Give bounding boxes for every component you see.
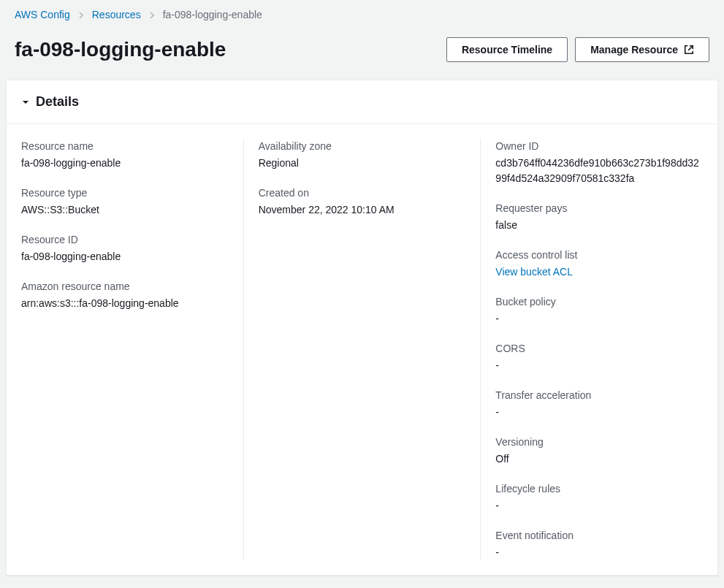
field-value: - bbox=[495, 311, 703, 327]
details-column-3: Owner ID cd3b764ff044236dfe910b663c273b1… bbox=[480, 139, 703, 560]
breadcrumb-resources-link[interactable]: Resources bbox=[92, 7, 141, 23]
field-value: fa-098-logging-enable bbox=[21, 156, 229, 171]
field-value: arn:aws:s3:::fa-098-logging-enable bbox=[21, 296, 229, 311]
view-bucket-acl-link[interactable]: View bucket ACL bbox=[495, 266, 573, 278]
field-label: Created on bbox=[259, 186, 466, 201]
field-value: Regional bbox=[259, 156, 466, 171]
field-label: Owner ID bbox=[495, 139, 703, 154]
field-value: - bbox=[495, 405, 703, 420]
chevron-right-icon bbox=[77, 7, 85, 23]
field-event-notification: Event notification - bbox=[495, 528, 703, 560]
external-link-icon bbox=[684, 45, 694, 55]
details-panel-header[interactable]: Details bbox=[7, 80, 717, 124]
field-value: - bbox=[495, 498, 703, 513]
field-acl: Access control list View bucket ACL bbox=[495, 248, 703, 280]
field-value: cd3b764ff044236dfe910b663c273b1f98dd3299… bbox=[495, 156, 703, 186]
field-value: fa-098-logging-enable bbox=[21, 249, 229, 264]
field-created-on: Created on November 22, 2022 10:10 AM bbox=[259, 186, 466, 218]
details-column-2: Availability zone Regional Created on No… bbox=[243, 139, 481, 560]
field-bucket-policy: Bucket policy - bbox=[495, 294, 703, 327]
details-panel-title: Details bbox=[36, 92, 79, 112]
field-resource-type: Resource type AWS::S3::Bucket bbox=[21, 186, 229, 218]
details-column-1: Resource name fa-098-logging-enable Reso… bbox=[21, 139, 243, 560]
field-resource-name: Resource name fa-098-logging-enable bbox=[21, 139, 229, 171]
field-label: Event notification bbox=[495, 528, 703, 543]
field-label: Transfer acceleration bbox=[495, 388, 703, 403]
field-lifecycle-rules: Lifecycle rules - bbox=[495, 481, 703, 513]
field-cors: CORS - bbox=[495, 341, 703, 373]
field-label: Lifecycle rules bbox=[495, 481, 703, 497]
field-requester-pays: Requester pays false bbox=[495, 201, 703, 233]
field-label: Resource ID bbox=[21, 232, 229, 248]
field-owner-id: Owner ID cd3b764ff044236dfe910b663c273b1… bbox=[495, 139, 703, 186]
field-label: Versioning bbox=[495, 435, 703, 450]
field-value: - bbox=[495, 545, 703, 560]
breadcrumb-root-link[interactable]: AWS Config bbox=[15, 7, 70, 23]
field-value: View bucket ACL bbox=[495, 264, 703, 280]
field-arn: Amazon resource name arn:aws:s3:::fa-098… bbox=[21, 279, 229, 311]
field-label: CORS bbox=[495, 341, 703, 356]
manage-resource-button[interactable]: Manage Resource bbox=[575, 37, 709, 62]
field-transfer-acceleration: Transfer acceleration - bbox=[495, 388, 703, 420]
caret-down-icon bbox=[21, 98, 30, 107]
field-label: Bucket policy bbox=[495, 294, 703, 310]
field-resource-id: Resource ID fa-098-logging-enable bbox=[21, 232, 229, 264]
field-label: Resource type bbox=[21, 186, 229, 201]
details-panel-body: Resource name fa-098-logging-enable Reso… bbox=[7, 124, 717, 575]
details-panel: Details Resource name fa-098-logging-ena… bbox=[6, 80, 718, 576]
page-title: fa-098-logging-enable bbox=[15, 34, 226, 65]
field-value: Off bbox=[495, 451, 703, 467]
field-value: false bbox=[495, 218, 703, 233]
resource-timeline-button[interactable]: Resource Timeline bbox=[446, 37, 568, 62]
header-actions: Resource Timeline Manage Resource bbox=[446, 37, 709, 62]
field-label: Availability zone bbox=[259, 139, 466, 154]
field-label: Resource name bbox=[21, 139, 229, 154]
chevron-right-icon bbox=[148, 7, 156, 23]
field-availability-zone: Availability zone Regional bbox=[259, 139, 466, 171]
field-value: - bbox=[495, 358, 703, 373]
page-header: fa-098-logging-enable Resource Timeline … bbox=[0, 27, 724, 80]
field-label: Requester pays bbox=[495, 201, 703, 216]
breadcrumb: AWS Config Resources fa-098-logging-enab… bbox=[0, 0, 724, 27]
field-value: AWS::S3::Bucket bbox=[21, 202, 229, 218]
breadcrumb-current: fa-098-logging-enable bbox=[163, 7, 262, 23]
field-label: Amazon resource name bbox=[21, 279, 229, 294]
field-value: November 22, 2022 10:10 AM bbox=[259, 202, 466, 218]
field-label: Access control list bbox=[495, 248, 703, 263]
button-label: Resource Timeline bbox=[462, 44, 552, 56]
field-versioning: Versioning Off bbox=[495, 435, 703, 467]
button-label: Manage Resource bbox=[590, 44, 678, 56]
